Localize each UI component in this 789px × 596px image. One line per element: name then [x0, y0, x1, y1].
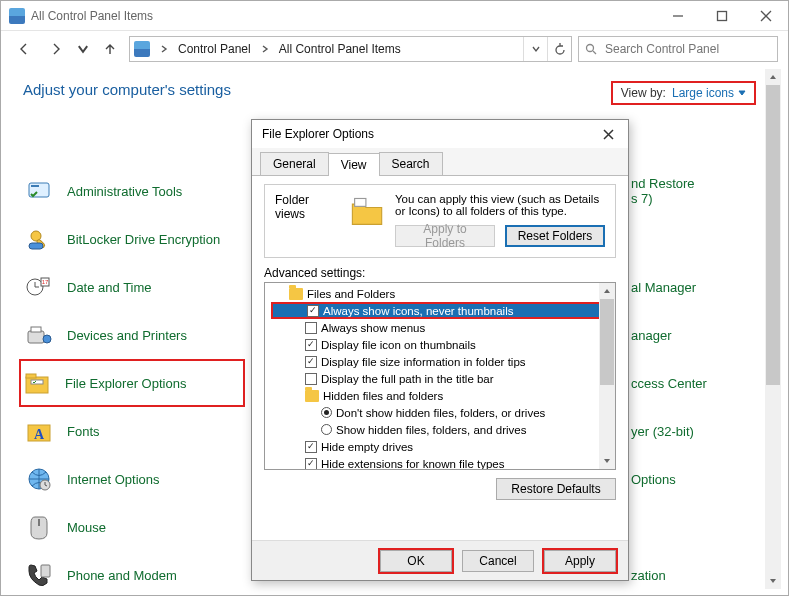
cp-item-bitlocker-drive-encryption[interactable]: BitLocker Drive Encryption: [23, 215, 283, 263]
search-box[interactable]: [578, 36, 778, 62]
maximize-button[interactable]: [700, 1, 744, 31]
tree-row-label: Hide empty drives: [321, 441, 413, 453]
cp-item-internet-options[interactable]: Internet Options: [23, 455, 283, 503]
refresh-button[interactable]: [547, 37, 571, 61]
dialog-tabs: General View Search: [252, 148, 628, 176]
folder-icon: [305, 390, 319, 402]
scroll-down-button[interactable]: [765, 573, 781, 589]
radio[interactable]: [321, 424, 332, 435]
scroll-thumb[interactable]: [600, 299, 614, 385]
forward-button[interactable]: [43, 36, 69, 62]
breadcrumb-root[interactable]: Control Panel: [172, 37, 257, 61]
recent-locations-button[interactable]: [75, 36, 91, 62]
cp-item-partial[interactable]: yer (32-bit): [631, 407, 756, 455]
tree-root[interactable]: Files and Folders: [271, 285, 615, 302]
close-button[interactable]: [744, 1, 788, 31]
scroll-up-button[interactable]: [599, 283, 615, 299]
dialog-close-button[interactable]: [594, 120, 622, 148]
restore-defaults-button[interactable]: Restore Defaults: [496, 478, 616, 500]
tree-row[interactable]: Display the full path in the title bar: [271, 370, 615, 387]
radio[interactable]: [321, 407, 332, 418]
svg-rect-15: [31, 380, 43, 384]
checkbox[interactable]: [305, 322, 317, 334]
scroll-down-button[interactable]: [599, 453, 615, 469]
cp-item-phone-and-modem[interactable]: Phone and Modem: [23, 551, 283, 596]
scroll-thumb[interactable]: [766, 85, 780, 385]
window-titlebar: All Control Panel Items: [1, 1, 788, 31]
svg-rect-21: [41, 565, 50, 577]
cp-item-partial[interactable]: nd Restore s 7): [631, 167, 756, 215]
tab-search[interactable]: Search: [379, 152, 443, 175]
tree-row[interactable]: Hide extensions for known file types: [271, 455, 615, 470]
folder-views-desc: You can apply this view (such as Details…: [395, 193, 605, 217]
checkbox[interactable]: [305, 458, 317, 470]
folder-icon: [349, 193, 385, 231]
dialog-body: Folder views You can apply this view (su…: [252, 176, 628, 508]
view-by-value[interactable]: Large icons: [672, 86, 746, 100]
cp-item-partial[interactable]: anager: [631, 311, 756, 359]
breadcrumb-current[interactable]: All Control Panel Items: [273, 37, 407, 61]
svg-rect-3: [31, 185, 39, 187]
cp-item-file-explorer-options[interactable]: File Explorer Options: [19, 359, 245, 407]
scroll-up-button[interactable]: [765, 69, 781, 85]
cancel-button[interactable]: Cancel: [462, 550, 534, 572]
back-button[interactable]: [11, 36, 37, 62]
tab-view[interactable]: View: [328, 153, 380, 176]
address-dropdown-button[interactable]: [523, 37, 547, 61]
checkbox[interactable]: [307, 305, 319, 317]
tree-row-label: Display file size information in folder …: [321, 356, 526, 368]
svg-rect-11: [31, 327, 41, 332]
svg-rect-20: [38, 519, 40, 526]
cp-item-partial[interactable]: [631, 503, 756, 551]
view-by-label: View by:: [621, 86, 666, 100]
up-button[interactable]: [97, 36, 123, 62]
tree-row[interactable]: Always show icons, never thumbnails: [271, 302, 615, 319]
cp-item-fonts[interactable]: AFonts: [23, 407, 283, 455]
minimize-button[interactable]: [656, 1, 700, 31]
dialog-titlebar[interactable]: File Explorer Options: [252, 120, 628, 148]
tree-row[interactable]: Display file icon on thumbnails: [271, 336, 615, 353]
svg-text:17: 17: [42, 279, 49, 285]
svg-text:A: A: [34, 427, 45, 442]
apply-button[interactable]: Apply: [544, 550, 616, 572]
tree-row-label: Always show menus: [321, 322, 425, 334]
checkbox[interactable]: [305, 356, 317, 368]
cp-item-date-and-time[interactable]: 17Date and Time: [23, 263, 283, 311]
reset-folders-button[interactable]: Reset Folders: [505, 225, 605, 247]
cp-item-administrative-tools[interactable]: Administrative Tools: [23, 167, 283, 215]
tree-row[interactable]: Always show menus: [271, 319, 615, 336]
svg-point-12: [43, 335, 51, 343]
tree-row[interactable]: Show hidden files, folders, and drives: [271, 421, 615, 438]
cp-item-label: Internet Options: [67, 472, 160, 487]
cp-item-devices-and-printers[interactable]: Devices and Printers: [23, 311, 283, 359]
cp-item-partial[interactable]: al Manager: [631, 263, 756, 311]
checkbox[interactable]: [305, 441, 317, 453]
tree-scrollbar[interactable]: [599, 283, 615, 469]
tab-general[interactable]: General: [260, 152, 329, 175]
cp-item-icon: 17: [23, 271, 55, 303]
tree-row[interactable]: Display file size information in folder …: [271, 353, 615, 370]
tree-row[interactable]: Don't show hidden files, folders, or dri…: [271, 404, 615, 421]
tree-row[interactable]: Hidden files and folders: [271, 387, 615, 404]
svg-rect-10: [28, 331, 44, 343]
main-scrollbar[interactable]: [765, 69, 781, 589]
cp-item-mouse[interactable]: Mouse: [23, 503, 283, 551]
cp-item-partial[interactable]: [631, 215, 756, 263]
search-input[interactable]: [603, 41, 771, 57]
address-bar[interactable]: Control Panel All Control Panel Items: [129, 36, 572, 62]
ok-button[interactable]: OK: [380, 550, 452, 572]
advanced-settings-tree[interactable]: Files and FoldersAlways show icons, neve…: [264, 282, 616, 470]
cp-item-partial[interactable]: zation: [631, 551, 756, 596]
chevron-right-icon[interactable]: [156, 37, 172, 61]
cp-item-label: Mouse: [67, 520, 106, 535]
cp-item-partial[interactable]: ccess Center: [631, 359, 756, 407]
chevron-right-icon[interactable]: [257, 37, 273, 61]
tree-row-label: Don't show hidden files, folders, or dri…: [336, 407, 545, 419]
chevron-down-icon: [738, 89, 746, 97]
tree-row[interactable]: Hide empty drives: [271, 438, 615, 455]
cp-item-partial[interactable]: Options: [631, 455, 756, 503]
checkbox[interactable]: [305, 373, 317, 385]
checkbox[interactable]: [305, 339, 317, 351]
svg-rect-14: [26, 374, 36, 378]
view-by-selector[interactable]: View by: Large icons: [611, 81, 756, 105]
